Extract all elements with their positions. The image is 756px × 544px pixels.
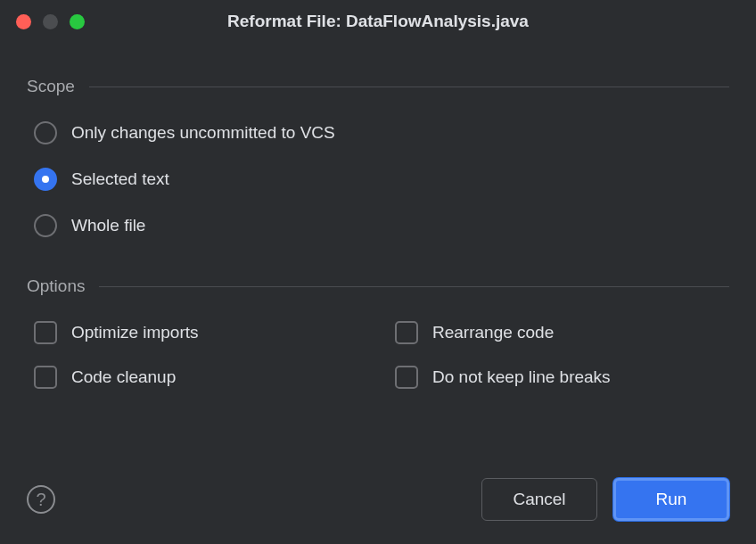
checkbox-icon	[34, 321, 57, 344]
help-icon[interactable]: ?	[27, 485, 55, 514]
scope-radio-group: Only changes uncommitted to VCS Selected…	[27, 121, 729, 237]
checkbox-icon	[395, 366, 418, 389]
checkbox-no-line-breaks[interactable]: Do not keep line breaks	[395, 366, 729, 389]
maximize-window-icon[interactable]	[70, 14, 85, 29]
radio-only-changes-vcs[interactable]: Only changes uncommitted to VCS	[34, 121, 729, 144]
checkbox-label: Do not keep line breaks	[432, 367, 611, 387]
checkbox-label: Code cleanup	[71, 367, 176, 387]
titlebar: Reformat File: DataFlowAnalysis.java	[0, 0, 756, 43]
radio-selected-text[interactable]: Selected text	[34, 168, 729, 191]
button-row: Cancel Run	[481, 478, 729, 521]
minimize-window-icon[interactable]	[43, 14, 58, 29]
checkbox-code-cleanup[interactable]: Code cleanup	[34, 366, 368, 389]
dialog-content: Scope Only changes uncommitted to VCS Se…	[0, 43, 756, 416]
checkbox-label: Optimize imports	[71, 323, 199, 342]
options-grid: Optimize imports Rearrange code Code cle…	[27, 321, 729, 389]
radio-dot-icon	[42, 176, 49, 183]
scope-section: Scope Only changes uncommitted to VCS Se…	[27, 77, 729, 237]
checkbox-label: Rearrange code	[432, 323, 554, 342]
radio-whole-file[interactable]: Whole file	[34, 214, 729, 237]
checkbox-rearrange-code[interactable]: Rearrange code	[395, 321, 729, 344]
radio-label: Selected text	[71, 169, 169, 189]
run-button[interactable]: Run	[613, 478, 729, 521]
checkbox-optimize-imports[interactable]: Optimize imports	[34, 321, 368, 344]
radio-label: Only changes uncommitted to VCS	[71, 123, 335, 143]
checkbox-icon	[34, 366, 57, 389]
dialog-footer: ? Cancel Run	[27, 478, 729, 521]
radio-icon	[34, 121, 57, 144]
radio-icon	[34, 168, 57, 191]
close-window-icon[interactable]	[16, 14, 31, 29]
radio-icon	[34, 214, 57, 237]
options-heading: Options	[27, 276, 729, 296]
cancel-button[interactable]: Cancel	[481, 478, 597, 521]
options-section: Options Optimize imports Rearrange code …	[27, 276, 729, 389]
window-controls	[16, 14, 85, 29]
radio-label: Whole file	[71, 216, 145, 235]
scope-heading: Scope	[27, 77, 729, 96]
checkbox-icon	[395, 321, 418, 344]
dialog-title: Reformat File: DataFlowAnalysis.java	[227, 12, 529, 31]
